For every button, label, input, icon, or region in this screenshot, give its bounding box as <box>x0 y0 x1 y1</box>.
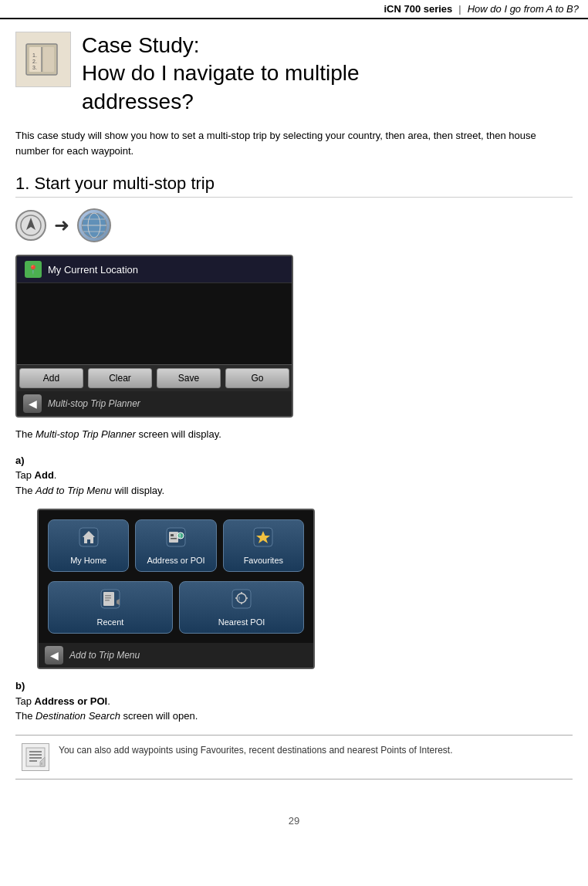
svg-rect-40 <box>29 757 42 759</box>
step-b: b) Tap Address or POI. The Destination S… <box>15 678 573 724</box>
recent-label: Recent <box>97 617 124 627</box>
svg-rect-2 <box>43 47 54 72</box>
menu-grid-row2: Recent ! Nearest POI <box>39 581 313 643</box>
favourites-label: Favourites <box>244 556 283 565</box>
note-text: You can also add waypoints using Favouri… <box>59 743 453 757</box>
svg-rect-17 <box>169 532 178 543</box>
caption-italic: Multi-stop Trip Planner <box>35 428 136 440</box>
menu-item-recent[interactable]: Recent <box>48 581 173 634</box>
page-number: 29 <box>0 803 588 833</box>
screenshot-add-to-trip: My Home ! Address or POI <box>37 509 315 669</box>
arrow-row: ➜ <box>15 208 573 242</box>
title-section: 1. 2. 3. Case Study: How do I navigate t… <box>15 32 573 116</box>
recent-icon <box>100 588 121 614</box>
svg-text:!: ! <box>179 533 181 539</box>
note-box: You can also add waypoints using Favouri… <box>15 735 573 779</box>
screenshot1-caption: The Multi-stop Trip Planner screen will … <box>15 427 573 442</box>
screen-area: 📍 My Current Location <box>17 256 292 364</box>
svg-rect-27 <box>105 597 111 599</box>
svg-rect-39 <box>29 754 42 756</box>
screen-empty-area <box>17 283 292 364</box>
favourites-icon <box>252 526 274 553</box>
step-a-content: Tap Add. The Add to Trip Menu will displ… <box>15 468 551 498</box>
step-b-italic: Destination Search <box>35 710 120 722</box>
svg-rect-38 <box>29 751 42 752</box>
svg-text:2.: 2. <box>32 59 37 64</box>
note-icon <box>22 743 49 771</box>
main-title: Case Study: How do I navigate to multipl… <box>82 32 360 116</box>
address-icon: ! <box>165 526 187 553</box>
arrow-icon: ➜ <box>54 215 69 236</box>
home-icon <box>78 526 100 553</box>
svg-text:1.: 1. <box>32 52 37 58</box>
svg-text:3.: 3. <box>32 65 37 70</box>
screenshot-trip-planner: 📍 My Current Location Add Clear Save Go … <box>15 255 293 418</box>
nearest-poi-label: Nearest POI <box>218 617 265 627</box>
add-button[interactable]: Add <box>19 368 83 388</box>
step-b-content: Tap Address or POI. The Destination Sear… <box>15 694 551 724</box>
svg-text:!: ! <box>238 596 240 601</box>
screenshot-button-bar: Add Clear Save Go <box>17 364 292 391</box>
location-icon: 📍 <box>25 261 42 278</box>
save-button[interactable]: Save <box>157 368 221 388</box>
svg-rect-25 <box>103 592 114 606</box>
step-a-bold: Add <box>35 469 54 481</box>
svg-rect-41 <box>29 760 37 762</box>
menu-item-my-home[interactable]: My Home <box>48 519 129 572</box>
screenshot-footer: ◀ Multi-stop Trip Planner <box>17 391 292 416</box>
svg-rect-18 <box>171 534 174 536</box>
back2-icon: ◀ <box>45 646 63 664</box>
header-subtitle: How do I go from A to B? <box>468 3 579 15</box>
back-icon: ◀ <box>23 394 42 413</box>
nearest-poi-icon: ! <box>231 588 252 614</box>
menu-grid-row1: My Home ! Address or POI <box>39 510 313 581</box>
step-b-bold: Address or POI <box>35 695 108 707</box>
menu-item-favourites[interactable]: Favourites <box>223 519 304 572</box>
footer2-label: Add to Trip Menu <box>69 650 140 661</box>
step-a-italic: Add to Trip Menu <box>35 485 112 496</box>
svg-rect-19 <box>171 538 177 539</box>
footer-label: Multi-stop Trip Planner <box>48 398 140 409</box>
clear-button[interactable]: Clear <box>88 368 152 388</box>
globe-icon <box>77 208 111 242</box>
address-poi-label: Address or POI <box>147 556 204 565</box>
section1-heading: 1. Start your multi-stop trip <box>15 174 573 198</box>
page-header: iCN 700 series | How do I go from A to B… <box>0 0 588 19</box>
header-separator: | <box>458 3 461 15</box>
home-label: My Home <box>70 556 106 565</box>
menu-item-address-poi[interactable]: ! Address or POI <box>135 519 216 572</box>
book-icon: 1. 2. 3. <box>15 32 71 87</box>
screenshot2-footer: ◀ Add to Trip Menu <box>39 643 313 668</box>
step-a-label: a) <box>15 453 37 468</box>
intro-text: This case study will show you how to set… <box>15 128 573 158</box>
main-content: 1. 2. 3. Case Study: How do I navigate t… <box>0 19 588 803</box>
nav-icon <box>15 210 46 241</box>
step-a: a) Tap Add. The Add to Trip Menu will di… <box>15 453 573 499</box>
header-series: iCN 700 series <box>384 3 452 15</box>
location-label: My Current Location <box>48 264 138 276</box>
svg-rect-28 <box>105 600 110 601</box>
screen-current-location: 📍 My Current Location <box>17 256 292 283</box>
go-button[interactable]: Go <box>225 368 289 388</box>
menu-item-nearest-poi[interactable]: ! Nearest POI <box>179 581 304 634</box>
step-b-label: b) <box>15 678 37 694</box>
svg-rect-26 <box>105 595 111 597</box>
